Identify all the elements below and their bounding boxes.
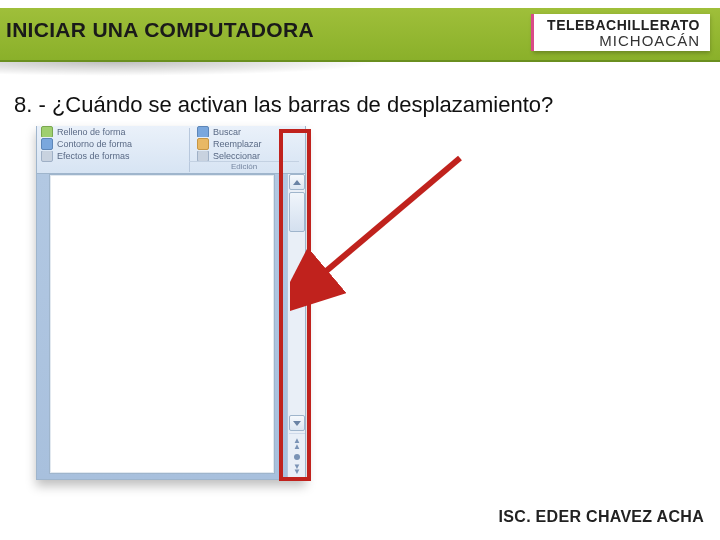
ribbon-item-shape-effects[interactable]: Efectos de formas <box>41 151 186 162</box>
header-bar: INICIAR UNA COMPUTADORA TELEBACHILLERATO… <box>0 8 720 62</box>
ribbon-label: Efectos de formas <box>57 151 130 161</box>
ribbon-label: Relleno de forma <box>57 127 126 137</box>
brand-accent-stripe <box>531 14 534 51</box>
chevron-up-icon <box>293 180 301 185</box>
brand-top-text: TELEBACHILLERATO <box>547 18 700 32</box>
ribbon-label: Buscar <box>213 127 241 137</box>
ribbon-label: Contorno de forma <box>57 139 132 149</box>
svg-line-0 <box>318 158 460 278</box>
footer-author: ISC. EDER CHAVEZ ACHA <box>499 508 704 526</box>
ribbon-item-find[interactable]: Buscar <box>197 126 302 137</box>
browse-object-icon[interactable] <box>294 454 300 460</box>
ribbon-item-shape-outline[interactable]: Contorno de forma <box>41 138 186 149</box>
outline-icon <box>41 138 53 149</box>
brand-bottom-text: MICHOACÁN <box>547 32 700 49</box>
scroll-up-button[interactable] <box>289 174 305 190</box>
chevron-down-icon <box>293 421 301 426</box>
slide: INICIAR UNA COMPUTADORA TELEBACHILLERATO… <box>0 0 720 540</box>
question-text: 8. - ¿Cuándo se activan las barras de de… <box>14 92 553 118</box>
search-icon <box>197 126 209 137</box>
arrow-icon <box>290 148 490 318</box>
ribbon-group-shape-styles: Relleno de forma Contorno de forma Efect… <box>41 126 186 162</box>
replace-icon <box>197 138 209 149</box>
scroll-thumb[interactable] <box>289 192 305 232</box>
brand-badge: TELEBACHILLERATO MICHOACÁN <box>533 14 710 51</box>
ribbon-label: Seleccionar <box>213 151 260 161</box>
ribbon-group-editing: Buscar Reemplazar Seleccionar <box>197 126 302 162</box>
ribbon-item-replace[interactable]: Reemplazar <box>197 138 302 149</box>
ribbon-label: Reemplazar <box>213 139 262 149</box>
header-shadow <box>0 62 380 76</box>
page-nav-cluster: ▲▲ ▼▼ <box>289 433 305 479</box>
effects-icon <box>41 151 53 162</box>
slide-title: INICIAR UNA COMPUTADORA <box>6 18 314 42</box>
ribbon-group-label-editing: Edición <box>189 161 299 173</box>
vertical-scrollbar[interactable]: ▲▲ ▼▼ <box>287 174 305 479</box>
word-screenshot: Relleno de forma Contorno de forma Efect… <box>36 126 306 480</box>
callout-arrow <box>290 148 490 318</box>
word-ribbon: Relleno de forma Contorno de forma Efect… <box>37 126 305 174</box>
ribbon-item-shape-fill[interactable]: Relleno de forma <box>41 126 186 137</box>
word-page <box>49 174 275 474</box>
scroll-down-button[interactable] <box>289 415 305 431</box>
next-page-icon[interactable]: ▼▼ <box>293 464 301 475</box>
paint-bucket-icon <box>41 126 53 137</box>
word-document-canvas <box>37 174 287 479</box>
prev-page-icon[interactable]: ▲▲ <box>293 438 301 449</box>
